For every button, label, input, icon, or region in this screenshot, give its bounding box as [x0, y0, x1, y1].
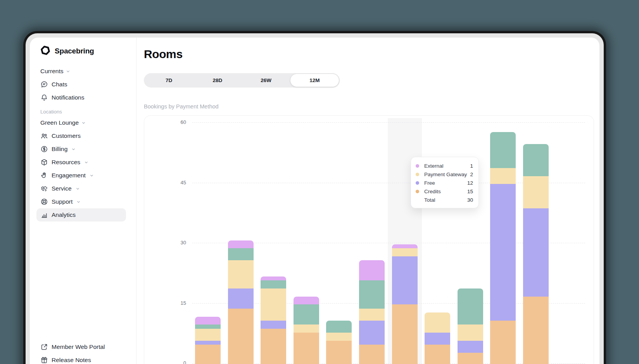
- y-axis-tick-label: 15: [144, 300, 186, 306]
- sidebar: Spacebring Currents Chats Notifications …: [30, 38, 136, 364]
- bar-segment: [326, 333, 352, 341]
- spacebring-logo-icon: [40, 45, 50, 57]
- y-axis-tick-label: 45: [144, 180, 186, 185]
- tooltip-total-row: Total 30: [416, 196, 473, 204]
- stacked-bar[interactable]: [490, 132, 516, 364]
- bar-segment: [425, 345, 450, 364]
- bar-segment: [523, 144, 549, 176]
- bar-segment: [392, 256, 418, 304]
- sidebar-item-customers[interactable]: Customers: [36, 129, 126, 143]
- tooltip-row: Free 12: [416, 179, 473, 187]
- sidebar-item-notifications[interactable]: Notifications: [36, 91, 126, 104]
- external-series-dot: [416, 164, 419, 168]
- tooltip-row: External 1: [416, 161, 473, 170]
- bar-segment: [228, 248, 254, 260]
- sidebar-item-analytics[interactable]: Analytics: [36, 208, 126, 221]
- bar-segment: [228, 288, 254, 309]
- gift-icon: [40, 356, 48, 364]
- bar-segment: [359, 321, 385, 345]
- credits-series-dot: [416, 190, 419, 193]
- stacked-bar[interactable]: [425, 312, 450, 364]
- tab-26w[interactable]: 26W: [242, 74, 290, 87]
- bar-segment: [195, 325, 221, 328]
- bar-segment: [359, 260, 385, 280]
- bar-segment: [392, 248, 418, 256]
- bar-segment: [490, 168, 516, 184]
- logo: Spacebring: [30, 45, 136, 57]
- chart-card: External 1 Payment Gateway 2 Free 12: [144, 115, 594, 364]
- chevron-down-icon: [76, 187, 80, 191]
- stacked-bar[interactable]: [261, 276, 286, 364]
- tooltip-row: Payment Gateway 2: [416, 170, 473, 179]
- main-content: Rooms 7D 28D 26W 12M Bookings by Payment…: [136, 38, 599, 364]
- bar-segment: [294, 333, 319, 364]
- bar-segment: [425, 333, 450, 345]
- package-icon: [40, 158, 48, 166]
- sidebar-item-support[interactable]: Support: [36, 195, 126, 208]
- chevron-down-icon: [66, 69, 70, 74]
- bar-segment: [195, 329, 221, 341]
- bar-segment: [523, 176, 549, 208]
- bar-segment: [523, 208, 549, 297]
- bar-segment: [490, 184, 516, 321]
- sidebar-item-release-notes[interactable]: Release Notes: [36, 354, 126, 364]
- bar-segment: [228, 240, 254, 249]
- app-window: Spacebring Currents Chats Notifications …: [26, 33, 604, 364]
- bar-segment: [228, 309, 254, 364]
- bar-segment: [261, 329, 286, 364]
- stacked-bar[interactable]: [392, 244, 418, 364]
- bar-segment: [228, 260, 254, 288]
- sidebar-item-resources[interactable]: Resources: [36, 156, 126, 169]
- bar-segment: [326, 321, 352, 333]
- bar-segment: [458, 325, 483, 340]
- bar-segment: [490, 321, 516, 364]
- bar-segment: [458, 341, 483, 353]
- y-axis-tick-label: 0: [144, 360, 186, 364]
- tab-28d[interactable]: 28D: [193, 74, 242, 87]
- bar-segment: [261, 321, 286, 329]
- time-range-segmented-control: 7D 28D 26W 12M: [144, 73, 340, 88]
- tab-7d[interactable]: 7D: [145, 74, 193, 87]
- chevron-down-icon: [81, 121, 86, 125]
- bar-segment: [261, 280, 286, 288]
- stacked-bar[interactable]: [228, 240, 254, 364]
- sidebar-item-service[interactable]: Service: [36, 182, 126, 195]
- bar-segment: [195, 345, 221, 364]
- bar-segment: [294, 297, 319, 305]
- bar-segment: [458, 288, 483, 325]
- dollar-circle-icon: [40, 145, 48, 153]
- tab-12m[interactable]: 12M: [290, 74, 339, 87]
- y-axis-tick-label: 60: [144, 119, 186, 125]
- bar-segment: [490, 132, 516, 168]
- chat-icon: [40, 81, 48, 88]
- chevron-down-icon: [90, 173, 94, 178]
- bar-segment: [326, 341, 352, 364]
- sidebar-item-chats[interactable]: Chats: [36, 78, 126, 91]
- bar-segment: [294, 325, 319, 333]
- bell-icon: [40, 94, 48, 101]
- hand-wave-icon: [40, 172, 48, 179]
- bar-segment: [392, 304, 418, 364]
- sidebar-item-member-web-portal[interactable]: Member Web Portal: [36, 340, 126, 354]
- sidebar-item-engagement[interactable]: Engagement: [36, 169, 126, 182]
- stacked-bar[interactable]: [326, 321, 352, 364]
- y-axis-tick-label: 30: [144, 240, 186, 246]
- logo-text: Spacebring: [55, 47, 94, 55]
- bar-segment: [195, 341, 221, 345]
- sidebar-item-billing[interactable]: Billing: [36, 143, 126, 156]
- bar-segment: [195, 317, 221, 325]
- free-series-dot: [416, 181, 419, 185]
- stacked-bar[interactable]: [523, 144, 549, 364]
- stacked-bar[interactable]: [359, 260, 385, 364]
- sidebar-item-currents[interactable]: Currents: [36, 65, 126, 78]
- chevron-down-icon: [71, 147, 76, 151]
- bar-segment: [359, 309, 385, 321]
- chevron-down-icon: [76, 200, 81, 204]
- stacked-bar[interactable]: [294, 297, 319, 364]
- stacked-bar[interactable]: [195, 317, 221, 364]
- stacked-bar[interactable]: [458, 288, 483, 364]
- bar-segment: [261, 288, 286, 321]
- bar-segment: [392, 244, 418, 248]
- sidebar-item-green-lounge[interactable]: Green Lounge: [36, 116, 126, 129]
- gridline: [192, 122, 585, 123]
